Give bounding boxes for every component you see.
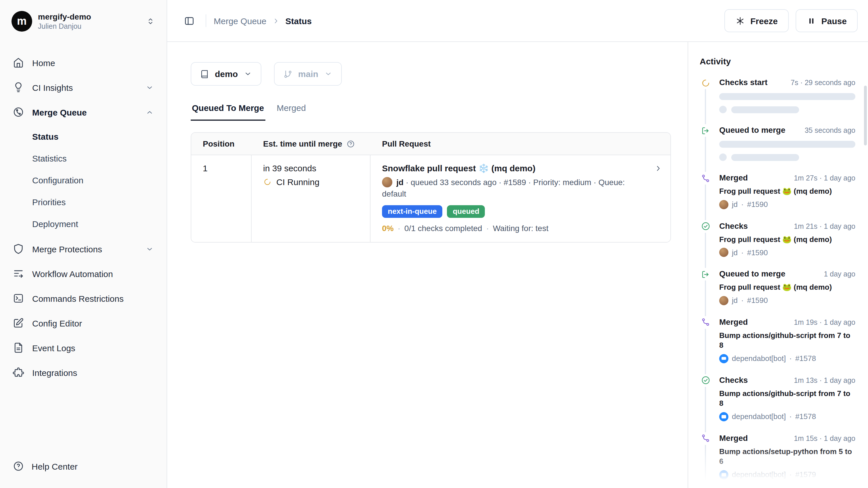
help-circle-icon[interactable] bbox=[346, 139, 355, 148]
file-text-icon bbox=[13, 342, 24, 353]
workflow-icon bbox=[13, 268, 24, 279]
sidebar-item-home[interactable]: Home bbox=[7, 52, 160, 74]
chevron-down-icon bbox=[145, 245, 154, 253]
sidebar-toggle-button[interactable] bbox=[180, 11, 198, 30]
lightbulb-icon bbox=[13, 82, 24, 93]
sidebar-item-commands-restrictions[interactable]: Commands Restrictions bbox=[7, 287, 160, 309]
workspace-logo-letter: m bbox=[17, 15, 27, 28]
branch-select[interactable]: main bbox=[274, 62, 342, 86]
activity-event-title: Merged bbox=[719, 316, 748, 327]
activity-scrollbar[interactable] bbox=[864, 86, 867, 145]
tab-merged[interactable]: Merged bbox=[275, 103, 307, 121]
git-merge-icon bbox=[700, 172, 711, 184]
activity-author-line: dependabot[bot] · #1578 bbox=[719, 354, 855, 363]
skeleton-avatar bbox=[719, 106, 727, 113]
dependabot-avatar bbox=[719, 354, 728, 363]
activity-item: Checks 1m 21s · 1 day ago Frog pull requ… bbox=[700, 221, 855, 257]
freeze-button[interactable]: Freeze bbox=[725, 9, 789, 32]
activity-author: dependabot[bot] bbox=[732, 412, 786, 421]
eta-value: in 39 seconds bbox=[263, 163, 362, 173]
activity-timeline: Checks start 7s · 29 seconds ago Queued … bbox=[700, 77, 855, 488]
pr-title: Snowflake pull request ❄️ (mq demo) bbox=[382, 163, 645, 174]
sidebar-item-merge-queue[interactable]: Merge Queue bbox=[7, 101, 160, 123]
activity-pr-link[interactable]: Frog pull request 🐸 (mq demo) bbox=[719, 282, 855, 292]
chevron-down-icon bbox=[324, 69, 333, 78]
activity-item: Merged 1m 15s · 1 day ago Bump actions/s… bbox=[700, 433, 855, 479]
activity-pr-link[interactable]: Bump actions/github-script from 7 to 8 bbox=[719, 330, 855, 350]
sidebar-item-configuration[interactable]: Configuration bbox=[7, 170, 160, 190]
sidebar-item-ci-insights[interactable]: CI Insights bbox=[7, 77, 160, 98]
queue-tabs: Queued To Merge Merged bbox=[191, 103, 671, 121]
activity-pr-number: #1578 bbox=[795, 354, 816, 363]
sidebar-item-deployment[interactable]: Deployment bbox=[7, 213, 160, 234]
activity-event-time: 1 day ago bbox=[824, 270, 855, 278]
workspace-name: mergify-demo bbox=[38, 11, 91, 22]
activity-pr-link[interactable]: Bump actions/github-script from 7 to 8 bbox=[719, 388, 855, 408]
activity-event-title: Checks bbox=[719, 221, 748, 231]
topbar-divider bbox=[206, 15, 206, 27]
loading-skeleton bbox=[719, 93, 855, 113]
book-icon bbox=[200, 69, 209, 79]
activity-title: Activity bbox=[700, 56, 855, 67]
activity-author-line: dependabot[bot] · #1578 bbox=[719, 412, 855, 421]
sidebar-item-label: Integrations bbox=[32, 368, 77, 377]
workspace-switcher[interactable]: m mergify-demo Julien Danjou bbox=[7, 8, 160, 34]
activity-event-time: 1m 27s · 1 day ago bbox=[794, 174, 855, 182]
sidebar-item-label: Home bbox=[32, 58, 55, 67]
queue-table: Position Est. time until merge Pull Requ… bbox=[191, 132, 671, 242]
spinner-icon bbox=[700, 77, 711, 89]
activity-item: Queued to merge 1 day ago Frog pull requ… bbox=[700, 268, 855, 305]
activity-event-title: Queued to merge bbox=[719, 125, 785, 135]
repository-select[interactable]: demo bbox=[191, 62, 261, 86]
sidebar-item-config-editor[interactable]: Config Editor bbox=[7, 312, 160, 334]
sidebar-item-integrations[interactable]: Integrations bbox=[7, 362, 160, 383]
sidebar-item-label: Merge Queue bbox=[32, 107, 87, 117]
workspace-owner: Julien Danjou bbox=[38, 22, 91, 31]
activity-item: Checks 1m 13s · 1 day ago Bump actions/g… bbox=[700, 374, 855, 421]
sidebar-item-priorities[interactable]: Priorities bbox=[7, 192, 160, 212]
skeleton-bar bbox=[731, 106, 799, 113]
breadcrumb: Merge Queue Status bbox=[214, 16, 312, 26]
checks-completed: 0/1 checks completed bbox=[404, 223, 482, 232]
pause-button[interactable]: Pause bbox=[796, 9, 858, 32]
activity-author-line: jd · #1590 bbox=[719, 200, 855, 209]
sidebar-item-label: Merge Protections bbox=[32, 244, 102, 254]
activity-event-time: 1m 21s · 1 day ago bbox=[794, 222, 855, 230]
home-icon bbox=[13, 57, 24, 68]
chevron-down-icon bbox=[145, 83, 154, 92]
pr-badges: next-in-queue queued bbox=[382, 205, 645, 218]
activity-panel: Activity Checks start 7s · 29 seconds ag… bbox=[688, 42, 868, 488]
ci-status: CI Running bbox=[263, 177, 362, 187]
column-eta: Est. time until merge bbox=[252, 133, 371, 154]
queue-row[interactable]: 1 in 39 seconds CI Running Snowflake pul… bbox=[191, 155, 671, 242]
skeleton-bar bbox=[719, 93, 855, 100]
activity-pr-link[interactable]: Bump actions/setup-python from 5 to 6 bbox=[719, 447, 855, 467]
activity-author: jd bbox=[732, 200, 738, 209]
sidebar-item-event-logs[interactable]: Event Logs bbox=[7, 337, 160, 359]
check-circle-icon bbox=[700, 374, 711, 386]
skeleton-bar bbox=[719, 141, 855, 148]
tab-queued-to-merge[interactable]: Queued To Merge bbox=[191, 103, 265, 121]
sidebar-item-label: Event Logs bbox=[32, 343, 75, 353]
activity-author-line: dependabot[bot] · #1579 bbox=[719, 470, 855, 479]
sidebar-item-merge-protections[interactable]: Merge Protections bbox=[7, 238, 160, 260]
breadcrumb-merge-queue[interactable]: Merge Queue bbox=[214, 16, 266, 26]
sidebar-item-workflow-automation[interactable]: Workflow Automation bbox=[7, 263, 160, 285]
activity-pr-link[interactable]: Frog pull request 🐸 (mq demo) bbox=[719, 234, 855, 244]
position-cell: 1 bbox=[191, 155, 252, 242]
sidebar-item-label: Commands Restrictions bbox=[32, 293, 124, 303]
avatar bbox=[382, 177, 392, 188]
merge-queue-icon bbox=[13, 106, 24, 118]
activity-event-title: Merged bbox=[719, 433, 748, 443]
sidebar-item-statistics[interactable]: Statistics bbox=[7, 148, 160, 168]
spinner-icon bbox=[263, 178, 272, 186]
activity-event-title: Checks start bbox=[719, 77, 768, 87]
help-center-link[interactable]: Help Center bbox=[7, 455, 160, 478]
activity-item: Merged 1m 27s · 1 day ago Frog pull requ… bbox=[700, 172, 855, 209]
avatar bbox=[719, 296, 728, 305]
sidebar-item-status[interactable]: Status bbox=[7, 126, 160, 147]
edit-icon bbox=[13, 317, 24, 329]
activity-pr-link[interactable]: Frog pull request 🐸 (mq demo) bbox=[719, 186, 855, 196]
sidebar-item-label: CI Insights bbox=[32, 83, 73, 92]
row-chevron-right-icon[interactable] bbox=[654, 164, 663, 173]
